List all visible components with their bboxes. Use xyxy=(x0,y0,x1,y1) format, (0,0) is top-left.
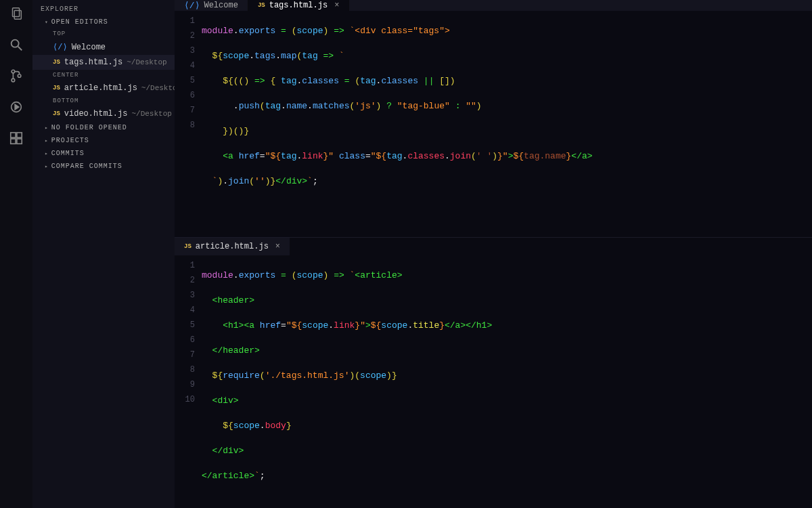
open-editor-tags[interactable]: JS tags.html.js ~/Desktop xyxy=(32,55,175,70)
extensions-icon[interactable] xyxy=(8,130,24,146)
js-icon: JS xyxy=(53,59,60,66)
sidebar-title: EXPLORER xyxy=(32,3,175,16)
svg-rect-0 xyxy=(13,8,20,17)
group-top: TOP xyxy=(32,28,175,39)
gutter: 12345678910 xyxy=(175,255,202,508)
open-editor-article[interactable]: JS article.html.js ~/Desktop xyxy=(32,81,175,96)
tab-tags[interactable]: JS tags.html.js × xyxy=(248,0,349,11)
svg-rect-9 xyxy=(11,133,16,137)
compare-commits-label: COMPARE COMMITS xyxy=(51,163,122,170)
chevron-right-icon: ▸ xyxy=(45,125,49,131)
editor-tabs: ⟨/⟩ Welcome JS tags.html.js × xyxy=(175,0,812,11)
tab-label: tags.html.js xyxy=(269,1,328,10)
svg-point-4 xyxy=(12,70,15,73)
file-name: tags.html.js xyxy=(64,58,122,67)
tab-label: Welcome xyxy=(204,1,238,10)
chevron-down-icon: ▾ xyxy=(45,19,49,25)
group-bottom: BOTTOM xyxy=(32,96,175,106)
commits-label: COMMITS xyxy=(51,150,85,157)
svg-rect-1 xyxy=(14,10,21,19)
explorer-sidebar: EXPLORER ▾ OPEN EDITORS TOP ⟨/⟩ Welcome … xyxy=(32,0,175,508)
projects-label: PROJECTS xyxy=(51,137,89,144)
close-icon[interactable]: × xyxy=(332,1,339,10)
activity-bar xyxy=(0,0,32,508)
open-editors-header[interactable]: ▾ OPEN EDITORS xyxy=(32,16,175,28)
pane-tab-article[interactable]: JS article.html.js × xyxy=(175,238,290,255)
pane-stack: 12345678 module.exports = (scope) => `<d… xyxy=(175,11,812,508)
chevron-right-icon: ▸ xyxy=(45,150,49,156)
no-folder-label: NO FOLDER OPENED xyxy=(51,124,127,131)
chevron-right-icon: ▸ xyxy=(45,137,49,144)
svg-point-6 xyxy=(18,75,21,78)
svg-rect-11 xyxy=(11,139,16,144)
pane-article: JS article.html.js × 12345678910 module.… xyxy=(175,238,812,508)
files-icon[interactable] xyxy=(8,5,24,22)
svg-point-5 xyxy=(12,79,15,82)
svg-line-3 xyxy=(18,47,22,51)
no-folder-header[interactable]: ▸ NO FOLDER OPENED xyxy=(32,121,175,134)
open-editor-welcome[interactable]: ⟨/⟩ Welcome xyxy=(32,39,175,55)
pane-tags: 12345678 module.exports = (scope) => `<d… xyxy=(175,11,812,238)
group-center: CENTER xyxy=(32,70,175,81)
file-path: ~/Desktop xyxy=(131,110,171,118)
editor-area: ⟨/⟩ Welcome JS tags.html.js × 12345678 m… xyxy=(175,0,812,508)
vscode-icon: ⟨/⟩ xyxy=(53,42,68,52)
debug-icon[interactable] xyxy=(8,99,24,115)
svg-point-2 xyxy=(12,40,19,47)
svg-marker-8 xyxy=(15,104,19,109)
chevron-right-icon: ▸ xyxy=(45,163,49,169)
file-name: article.html.js xyxy=(64,83,137,93)
compare-commits-header[interactable]: ▸ COMPARE COMMITS xyxy=(32,160,175,173)
search-icon[interactable] xyxy=(8,37,24,53)
js-icon: JS xyxy=(53,110,60,117)
js-icon: JS xyxy=(258,2,265,9)
file-name: Welcome xyxy=(72,43,106,52)
js-icon: JS xyxy=(184,243,191,250)
code-tags[interactable]: module.exports = (scope) => `<div class=… xyxy=(202,11,593,237)
open-editor-video[interactable]: JS video.html.js ~/Desktop xyxy=(32,106,175,121)
projects-header[interactable]: ▸ PROJECTS xyxy=(32,134,175,147)
open-editors-label: OPEN EDITORS xyxy=(51,18,108,26)
gutter: 12345678 xyxy=(175,11,202,237)
vscode-icon: ⟨/⟩ xyxy=(184,0,200,11)
file-name: video.html.js xyxy=(64,109,128,119)
svg-rect-10 xyxy=(17,133,22,137)
js-icon: JS xyxy=(53,85,60,91)
source-control-icon[interactable] xyxy=(8,68,24,84)
pane-tab-label: article.html.js xyxy=(196,242,269,251)
code-article[interactable]: module.exports = (scope) => `<article> <… xyxy=(202,255,492,508)
svg-rect-12 xyxy=(17,139,22,144)
commits-header[interactable]: ▸ COMMITS xyxy=(32,147,175,160)
file-path: ~/Desktop xyxy=(127,58,166,66)
close-icon[interactable]: × xyxy=(273,242,280,251)
tab-welcome[interactable]: ⟨/⟩ Welcome xyxy=(175,0,248,11)
